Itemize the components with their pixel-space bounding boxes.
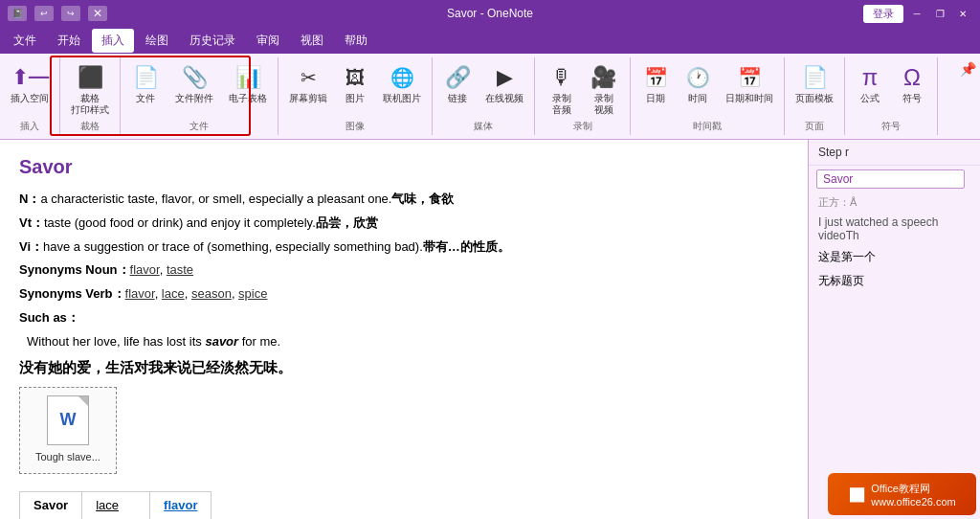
menu-insert[interactable]: 插入 (92, 29, 134, 53)
app-title: Savor - OneNote (447, 7, 533, 20)
ribbon-btn-page-template[interactable]: 📄 页面模板 (791, 61, 838, 107)
online-video-label: 在线视频 (485, 93, 523, 104)
online-video-icon: ▶ (491, 64, 518, 91)
ribbon-btn-symbol[interactable]: Ω 符号 (893, 61, 931, 107)
watermark-line1: Office教程网 (871, 482, 955, 496)
syn-noun-label: Synonyms Noun： (19, 262, 130, 277)
file-attachment-box[interactable]: W Tough slave... (19, 387, 117, 475)
menu-file[interactable]: 文件 (4, 29, 46, 53)
ribbon-btn-video[interactable]: 🎥 录制视频 (585, 61, 623, 119)
ribbon-btn-formula[interactable]: π 公式 (851, 61, 889, 107)
syn-verb-lace: lace (162, 286, 185, 301)
ribbon-group-symbol-label: 符号 (881, 120, 901, 135)
ribbon-btn-picture[interactable]: 🖼 图片 (336, 61, 374, 107)
watermark-text: Office教程网 www.office26.com (871, 482, 955, 508)
formula-icon: π (857, 64, 883, 91)
insert-space-label: 插入空间 (11, 93, 49, 104)
ribbon-group-timestamp: 📅 日期 🕐 时间 📅 日期和时间 时间戳 (631, 57, 785, 135)
maximize-button[interactable]: ❐ (930, 5, 949, 22)
syn-verb-flavor[interactable]: flavor (125, 286, 155, 301)
undo-btn[interactable]: ↩ (34, 6, 54, 21)
menu-help[interactable]: 帮助 (335, 29, 377, 53)
ribbon-btn-online-video[interactable]: ▶ 在线视频 (480, 61, 528, 107)
ribbon-btn-online-picture[interactable]: 🌐 联机图片 (378, 61, 426, 107)
syn-verb-season[interactable]: season (191, 286, 232, 301)
ribbon-group-page-label: 页面 (805, 120, 824, 135)
audio-label: 录制音频 (552, 93, 571, 116)
ribbon-pin-area: 📌 (960, 57, 980, 135)
office-logo: ◼ (848, 482, 865, 507)
note-line-vi: Vi：have a suggestion or trace of (someth… (19, 237, 789, 258)
syn-noun-flavor[interactable]: flavor (130, 262, 160, 277)
ribbon-btn-spreadsheet[interactable]: 📊 电子表格 (224, 61, 272, 107)
ribbon-group-symbol: π 公式 Ω 符号 符号 (845, 57, 938, 135)
syn-verb-label: Synonyms Verb： (19, 286, 125, 301)
sidebar-note1[interactable]: I just watched a speech videoTh (809, 213, 980, 245)
line-noun-bold: N： (19, 192, 40, 206)
syn-verb-spice[interactable]: spice (238, 286, 267, 301)
ribbon-btn-insert-space[interactable]: ⬆━━━ 插入空间 (6, 61, 54, 107)
ribbon-btn-date[interactable]: 📅 日期 (636, 61, 675, 107)
picture-icon: 🖼 (342, 64, 368, 91)
picture-label: 图片 (345, 93, 365, 104)
time-label: 时间 (688, 93, 707, 104)
ribbon-btn-time[interactable]: 🕐 时间 (679, 61, 717, 107)
close-quick-btn[interactable]: ✕ (88, 6, 107, 21)
menu-review[interactable]: 审阅 (247, 29, 289, 53)
note-title: Savor (19, 151, 789, 182)
ribbon-btn-datetime[interactable]: 📅 日期和时间 (721, 61, 778, 107)
datetime-label: 日期和时间 (725, 93, 773, 104)
ribbon-group-file-items: 📄 文件 📎 文件附件 📊 电子表格 (126, 57, 272, 120)
ribbon-group-insert: ⬆━━━ 插入空间 插入 (0, 57, 60, 135)
sidebar-search-input[interactable] (816, 169, 965, 189)
title-bar: 📓 ↩ ↪ ✕ Savor - OneNote 登录 ─ ❐ ✕ (0, 0, 980, 27)
app-icon: 📓 (8, 6, 27, 21)
ribbon-group-file: 📄 文件 📎 文件附件 📊 电子表格 文件 (121, 57, 278, 135)
menu-history[interactable]: 历史记录 (180, 29, 245, 53)
link-label: 链接 (448, 93, 467, 104)
date-label: 日期 (646, 93, 665, 104)
ribbon-group-image: ✂ 屏幕剪辑 🖼 图片 🌐 联机图片 图像 (278, 57, 433, 135)
line-vt-chinese: 品尝，欣赏 (316, 215, 378, 230)
file-icon: 📄 (132, 64, 159, 91)
ribbon-btn-link[interactable]: 🔗 链接 (438, 61, 477, 107)
ribbon-group-media-items: 🔗 链接 ▶ 在线视频 (438, 57, 528, 120)
watermark-line2: www.office26.com (871, 496, 955, 508)
vocab-table: Savor lace flavor 气味 season spice (19, 491, 212, 519)
syn-noun-taste[interactable]: taste (167, 262, 193, 277)
note-line-noun: N：a characteristic taste, flavor, or sme… (19, 190, 789, 210)
attachment-label: 文件附件 (175, 93, 213, 104)
ribbon-btn-file[interactable]: 📄 文件 (126, 61, 165, 107)
snip-icon: ✂ (295, 64, 322, 91)
note-line-vt: Vt：taste (good food or drink) and enjoy … (19, 214, 789, 234)
line-noun-chinese: 气味，食欲 (391, 192, 454, 206)
ribbon-group-media-label: 媒体 (474, 120, 493, 135)
menu-draw[interactable]: 绘图 (136, 29, 178, 53)
ribbon-btn-audio[interactable]: 🎙 录制音频 (543, 61, 581, 119)
online-picture-icon: 🌐 (389, 64, 415, 91)
minimize-button[interactable]: ─ (907, 5, 926, 22)
menu-bar: 文件 开始 插入 绘图 历史记录 审阅 视图 帮助 (0, 27, 980, 54)
ribbon-btn-snip[interactable]: ✂ 屏幕剪辑 (284, 61, 332, 107)
line-vi-bold: Vi： (19, 239, 43, 254)
ribbon-group-insert-items: ⬆━━━ 插入空间 (6, 57, 54, 120)
note-line-sentence: Without her love, life has lost its savo… (19, 332, 789, 352)
close-button[interactable]: ✕ (953, 5, 972, 22)
menu-view[interactable]: 视图 (291, 29, 333, 53)
login-button[interactable]: 登录 (863, 5, 903, 23)
ribbon-group-record-items: 🎙 录制音频 🎥 录制视频 (543, 57, 623, 120)
redo-btn[interactable]: ↪ (61, 6, 80, 21)
symbol-label: 符号 (902, 93, 922, 104)
menu-start[interactable]: 开始 (48, 29, 90, 53)
ribbon-btn-attachment[interactable]: 📎 文件附件 (170, 61, 218, 107)
ribbon-btn-table[interactable]: ⬛ 裁格打印样式 (66, 61, 114, 119)
file-attachment-inner: W Tough slave... (35, 395, 100, 466)
ribbon-pin-button[interactable]: 📌 (960, 61, 976, 77)
file-label: 文件 (136, 93, 155, 104)
video-icon: 🎥 (590, 64, 617, 91)
sidebar-note2[interactable]: 这是第一个 (809, 245, 980, 269)
table-header-savor: Savor (20, 492, 82, 519)
note-line-such: Such as： (19, 308, 789, 328)
line-vt-bold: Vt： (19, 215, 44, 230)
sidebar-note3[interactable]: 无标题页 (809, 269, 980, 293)
